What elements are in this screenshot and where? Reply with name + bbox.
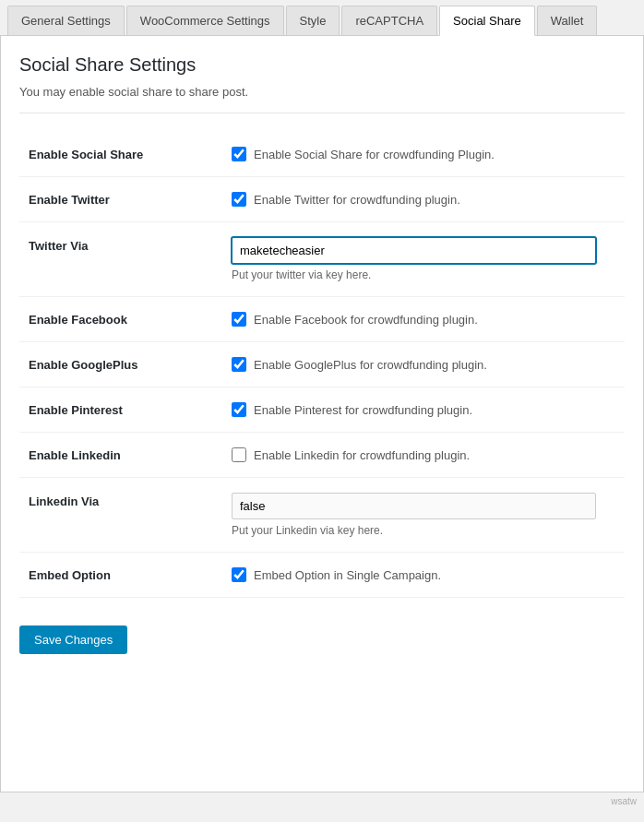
setting-value-linkedin-via: Put your Linkedin via key here.: [222, 478, 625, 553]
settings-table: Enable Social ShareEnable Social Share f…: [19, 132, 625, 598]
save-changes-button[interactable]: Save Changes: [19, 625, 127, 654]
checkbox-enable-googleplus[interactable]: [232, 357, 246, 372]
hint-twitter-via: Put your twitter via key here.: [232, 268, 615, 281]
setting-value-enable-pinterest: Enable Pinterest for crowdfunding plugin…: [222, 387, 625, 433]
checkbox-enable-pinterest[interactable]: [232, 402, 246, 417]
setting-row-enable-linkedin: Enable LinkedinEnable Linkedin for crowd…: [19, 433, 625, 478]
setting-value-twitter-via: Put your twitter via key here.: [222, 222, 625, 297]
checkbox-label-enable-linkedin: Enable Linkedin for crowdfunding plugin.: [254, 448, 470, 462]
input-linkedin-via[interactable]: [232, 493, 596, 519]
tab-wallet[interactable]: Wallet: [537, 6, 598, 35]
setting-value-enable-social-share: Enable Social Share for crowdfunding Plu…: [222, 132, 625, 177]
tab-style[interactable]: Style: [286, 6, 340, 35]
tab-social-share[interactable]: Social Share: [439, 6, 535, 36]
setting-value-enable-facebook: Enable Facebook for crowdfunding plugin.: [222, 297, 625, 342]
setting-label-enable-facebook: Enable Facebook: [19, 297, 222, 342]
setting-label-linkedin-via: Linkedin Via: [19, 478, 222, 553]
input-twitter-via[interactable]: [232, 237, 596, 264]
setting-label-enable-twitter: Enable Twitter: [19, 177, 222, 222]
hint-linkedin-via: Put your Linkedin via key here.: [232, 524, 615, 537]
tab-recaptcha[interactable]: reCAPTCHA: [341, 6, 437, 35]
setting-label-enable-googleplus: Enable GooglePlus: [19, 342, 222, 387]
setting-value-enable-googleplus: Enable GooglePlus for crowdfunding plugi…: [222, 342, 625, 387]
setting-label-enable-pinterest: Enable Pinterest: [19, 387, 222, 433]
setting-row-enable-googleplus: Enable GooglePlusEnable GooglePlus for c…: [19, 342, 625, 387]
content-area: Social Share Settings You may enable soc…: [0, 36, 644, 792]
setting-value-enable-twitter: Enable Twitter for crowdfunding plugin.: [222, 177, 625, 222]
checkbox-label-enable-social-share: Enable Social Share for crowdfunding Plu…: [254, 148, 495, 161]
checkbox-label-enable-facebook: Enable Facebook for crowdfunding plugin.: [254, 313, 478, 327]
setting-row-enable-facebook: Enable FacebookEnable Facebook for crowd…: [19, 297, 625, 342]
setting-label-twitter-via: Twitter Via: [19, 222, 222, 297]
setting-row-enable-social-share: Enable Social ShareEnable Social Share f…: [19, 132, 625, 177]
setting-row-twitter-via: Twitter ViaPut your twitter via key here…: [19, 222, 625, 297]
page-title: Social Share Settings: [19, 54, 625, 76]
page-description: You may enable social share to share pos…: [19, 85, 625, 113]
tabs-container: General SettingsWooCommerce SettingsStyl…: [0, 0, 644, 36]
checkbox-enable-linkedin[interactable]: [232, 447, 246, 462]
checkbox-enable-facebook[interactable]: [232, 312, 246, 327]
checkbox-label-embed-option: Embed Option in Single Campaign.: [254, 568, 441, 582]
setting-label-embed-option: Embed Option: [19, 553, 222, 598]
setting-row-enable-twitter: Enable TwitterEnable Twitter for crowdfu…: [19, 177, 625, 222]
tab-woocommerce[interactable]: WooCommerce Settings: [126, 6, 284, 35]
setting-value-embed-option: Embed Option in Single Campaign.: [222, 553, 625, 598]
checkbox-enable-twitter[interactable]: [232, 192, 246, 207]
setting-row-enable-pinterest: Enable PinterestEnable Pinterest for cro…: [19, 387, 625, 433]
watermark: wsatw: [0, 792, 644, 810]
checkbox-enable-social-share[interactable]: [232, 147, 246, 161]
setting-row-linkedin-via: Linkedin ViaPut your Linkedin via key he…: [19, 478, 625, 553]
setting-label-enable-social-share: Enable Social Share: [19, 132, 222, 177]
tab-general[interactable]: General Settings: [7, 6, 125, 35]
setting-value-enable-linkedin: Enable Linkedin for crowdfunding plugin.: [222, 433, 625, 478]
checkbox-embed-option[interactable]: [232, 567, 246, 582]
checkbox-label-enable-googleplus: Enable GooglePlus for crowdfunding plugi…: [254, 358, 487, 372]
checkbox-label-enable-pinterest: Enable Pinterest for crowdfunding plugin…: [254, 403, 472, 417]
setting-row-embed-option: Embed OptionEmbed Option in Single Campa…: [19, 553, 625, 598]
setting-label-enable-linkedin: Enable Linkedin: [19, 433, 222, 478]
checkbox-label-enable-twitter: Enable Twitter for crowdfunding plugin.: [254, 193, 460, 207]
